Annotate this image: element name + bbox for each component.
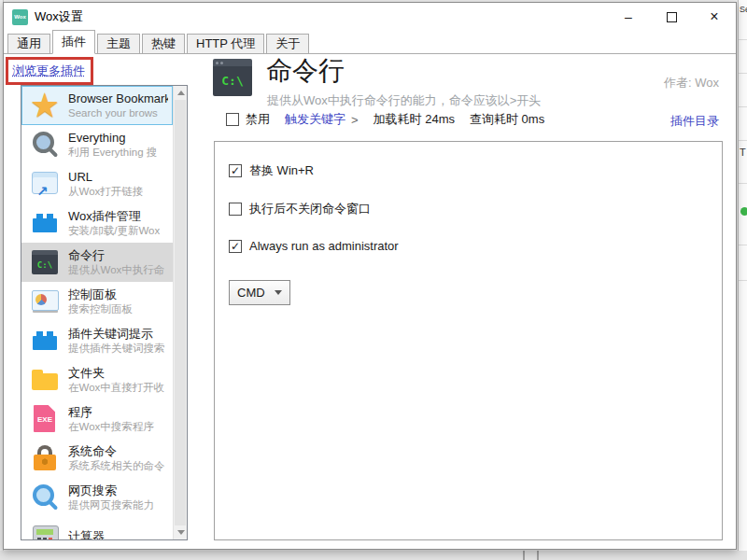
plugin-list-item[interactable]: 插件关键词提示 提供插件关键词搜索 — [21, 321, 173, 360]
plugin-desc: 利用 Everything 搜 — [68, 146, 157, 159]
trigger-keyword-link[interactable]: 触发关键字 — [285, 111, 345, 128]
plugin-name: 命令行 — [68, 248, 164, 263]
scroll-up-button[interactable] — [174, 86, 188, 100]
terminal-icon: C:\ — [213, 59, 252, 96]
lego-icon — [30, 208, 60, 238]
plugin-list-item[interactable]: Browser Bookmark Search your brows — [21, 86, 173, 125]
plugin-settings-groupbox: 替换 Win+R 执行后不关闭命令窗口 Always run as admini… — [214, 141, 723, 540]
plugin-desc: 提供网页搜索能力 — [68, 498, 154, 511]
folder-icon — [30, 365, 60, 395]
plugin-name: 网页搜索 — [68, 483, 154, 498]
plugin-desc: 系统系统相关的命令 — [68, 459, 165, 472]
tab-热键[interactable]: 热键 — [142, 34, 185, 53]
plugin-list-item[interactable]: 系统命令 系统系统相关的命令 — [21, 439, 173, 478]
tab-bar: 通用 插件 主题 热键 HTTP 代理 关于 — [4, 31, 736, 54]
minimize-button[interactable]: – — [607, 3, 650, 31]
plugin-list-item[interactable]: URL 从Wox打开链接 — [21, 164, 173, 203]
tab-通用[interactable]: 通用 — [7, 34, 50, 53]
plugin-name: Browser Bookmark — [68, 91, 168, 106]
tab-插件[interactable]: 插件 — [52, 30, 95, 54]
plugin-name: 控制面板 — [68, 287, 133, 302]
lock-icon — [30, 443, 60, 473]
plugin-meta-row: 禁用 触发关键字 > 加载耗时 24ms 查询耗时 0ms — [226, 111, 544, 128]
shell-dropdown[interactable]: CMD — [229, 280, 290, 305]
tab-主题[interactable]: 主题 — [97, 34, 140, 53]
scrollbar-thumb[interactable] — [175, 100, 186, 525]
plugin-name: Everything — [68, 131, 157, 146]
trigger-keyword-value: > — [351, 113, 359, 127]
plugin-desc: 提供插件关键词搜索 — [68, 342, 165, 355]
desktop-background-bottom — [0, 551, 747, 560]
tab-关于[interactable]: 关于 — [266, 34, 309, 53]
checkbox-icon[interactable] — [229, 240, 242, 253]
option-row[interactable]: Always run as administrator — [229, 239, 722, 253]
plugin-desc: Search your brows — [68, 106, 168, 119]
plugin-list-item[interactable]: 网页搜索 提供网页搜索能力 — [21, 478, 173, 517]
plugin-listbox: Browser Bookmark Search your brows Every… — [21, 85, 188, 540]
scroll-down-icon — [177, 530, 185, 535]
magnifier-blue-icon — [30, 483, 60, 512]
disable-label: 禁用 — [246, 111, 270, 128]
background-text-fragment: T — [740, 147, 746, 158]
maximize-button[interactable] — [650, 3, 693, 31]
plugin-name: Wox插件管理 — [68, 209, 160, 224]
star-icon — [30, 91, 60, 120]
query-time-text: 查询耗时 0ms — [470, 111, 544, 128]
calculator-icon — [30, 522, 60, 539]
exe-icon: EXE — [30, 404, 60, 434]
option-label: 替换 Win+R — [249, 162, 314, 179]
cmd-icon: C:\ — [30, 247, 60, 277]
plugin-name: 插件关键词提示 — [68, 327, 165, 342]
plugin-name: 文件夹 — [68, 366, 164, 381]
lego-icon — [30, 326, 60, 356]
plugin-title: 命令行 — [266, 53, 345, 89]
option-row[interactable]: 替换 Win+R — [229, 162, 722, 179]
control-panel-icon — [30, 287, 60, 316]
plugin-desc: 在Wox中直接打开收 — [68, 381, 164, 394]
option-label: 执行后不关闭命令窗口 — [249, 201, 371, 217]
plugin-list-item[interactable]: Wox插件管理 安装/卸载/更新Wox — [21, 203, 173, 243]
plugin-directory-link[interactable]: 插件目录 — [670, 113, 719, 130]
checkbox-icon[interactable] — [229, 164, 242, 177]
plugin-list-item[interactable]: C:\ 命令行 提供从Wox中执行命 — [21, 243, 173, 282]
wox-settings-window: Wox Wox设置 – × 通用 插件 主题 热键 HTTP 代理 关于 浏览更… — [3, 2, 737, 550]
browse-more-plugins-link[interactable]: 浏览更多插件 — [12, 63, 85, 77]
option-label: Always run as administrator — [249, 239, 399, 253]
scroll-down-button[interactable] — [174, 525, 188, 539]
plugin-desc: 在Wox中搜索程序 — [68, 420, 154, 433]
plugin-name: 系统命令 — [68, 444, 165, 459]
plugin-author: 作者: Wox — [664, 75, 719, 91]
title-bar[interactable]: Wox Wox设置 – × — [4, 3, 736, 31]
plugin-list-item[interactable]: EXE 程序 在Wox中搜索程序 — [21, 399, 173, 439]
plugin-desc: 安装/卸载/更新Wox — [68, 224, 160, 237]
plugin-list-item[interactable]: 文件夹 在Wox中直接打开收 — [21, 360, 173, 399]
close-icon: × — [710, 9, 718, 24]
plugin-desc: 从Wox打开链接 — [68, 185, 143, 198]
url-icon — [30, 169, 60, 199]
plugin-list-item[interactable]: 计算器 — [21, 517, 173, 539]
plugin-list-item[interactable]: Everything 利用 Everything 搜 — [21, 125, 173, 164]
background-text-fragment: Se — [740, 5, 747, 14]
plugins-tab-page: 浏览更多插件 Browser Bookmark Search your brow… — [4, 54, 736, 549]
disable-checkbox[interactable] — [226, 113, 239, 126]
plugin-desc: 提供从Wox中执行命 — [68, 263, 164, 276]
background-window-strip: Se T — [738, 0, 747, 560]
plugin-subtitle: 提供从Wox中执行命令行的能力，命令应该以>开头 — [267, 92, 541, 109]
tab-HTTP 代理[interactable]: HTTP 代理 — [187, 34, 264, 53]
plugin-list-item[interactable]: 控制面板 搜索控制面板 — [21, 282, 173, 321]
background-green-dot — [740, 207, 747, 216]
maximize-icon — [667, 12, 677, 22]
option-row[interactable]: 执行后不关闭命令窗口 — [229, 201, 722, 217]
shell-dropdown-value: CMD — [237, 286, 265, 300]
plugin-name: 计算器 — [68, 529, 105, 539]
plugin-desc: 搜索控制面板 — [68, 302, 133, 315]
load-time-text: 加载耗时 24ms — [374, 111, 455, 128]
checkbox-icon[interactable] — [229, 203, 242, 216]
wox-app-icon: Wox — [12, 9, 28, 25]
list-scrollbar[interactable] — [173, 86, 187, 539]
window-title: Wox设置 — [35, 8, 83, 25]
plugin-name: URL — [68, 170, 143, 185]
scroll-up-icon — [177, 91, 185, 95]
minimize-icon: – — [625, 10, 632, 23]
close-button[interactable]: × — [693, 3, 736, 31]
